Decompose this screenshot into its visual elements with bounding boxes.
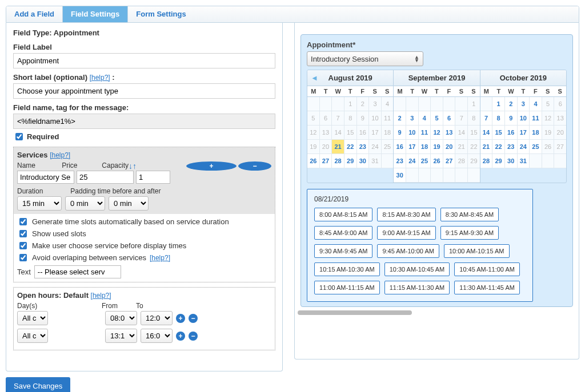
show-used-checkbox[interactable] [19, 230, 27, 237]
calendar-day[interactable]: 6 [443, 111, 456, 126]
calendar-day[interactable]: 10 [406, 126, 419, 140]
time-slot[interactable]: 10:00 AM-10:15 AM [444, 244, 510, 258]
save-changes-button[interactable]: Save Changes [6, 377, 70, 392]
calendar-day[interactable]: 28 [332, 154, 344, 168]
calendar-day[interactable]: 1 [492, 97, 505, 111]
calendar-day[interactable]: 25 [419, 154, 431, 168]
to-select-2[interactable]: 16:0 [141, 329, 173, 343]
calendar-day[interactable]: 8 [492, 111, 505, 126]
prev-month-icon[interactable]: ◄ [311, 74, 318, 82]
time-slot[interactable]: 10:30 AM-10:45 AM [384, 262, 450, 276]
time-slot[interactable]: 10:45 AM-11:00 AM [454, 262, 520, 276]
calendar-day[interactable]: 19 [431, 140, 443, 154]
calendar-day[interactable]: 22 [344, 140, 357, 154]
add-schedule-2-button[interactable]: + [176, 332, 185, 341]
time-slot[interactable]: 11:15 AM-11:30 AM [384, 281, 450, 294]
calendar-day[interactable]: 2 [505, 97, 518, 111]
add-service-button[interactable]: + [186, 161, 237, 171]
calendar-day[interactable]: 16 [394, 140, 406, 154]
calendar-day[interactable]: 9 [505, 111, 518, 126]
calendar-day[interactable]: 2 [394, 111, 406, 126]
to-select-1[interactable]: 12:0 [141, 311, 173, 325]
time-slot[interactable]: 10:15 AM-10:30 AM [314, 262, 380, 276]
time-slot[interactable]: 9:30 AM-9:45 AM [314, 244, 372, 258]
tab-add-a-field[interactable]: Add a Field [6, 6, 63, 22]
avoid-overlap-checkbox[interactable] [19, 254, 27, 261]
calendar-day[interactable]: 30 [357, 154, 370, 168]
short-label-help[interactable]: [help?] [90, 74, 110, 82]
calendar-day[interactable]: 23 [394, 154, 406, 168]
calendar-day[interactable]: 16 [505, 126, 518, 140]
field-name-tag-input[interactable] [13, 114, 275, 129]
time-slot[interactable]: 9:15 AM-9:30 AM [440, 226, 499, 240]
tab-field-settings[interactable]: Field Settings [63, 6, 128, 22]
remove-schedule-1-button[interactable]: − [189, 314, 198, 323]
calendar-day[interactable]: 24 [518, 140, 530, 154]
calendar-day[interactable]: 17 [518, 126, 530, 140]
calendar-day[interactable]: 10 [518, 111, 530, 126]
remove-service-button[interactable]: − [238, 161, 271, 171]
calendar-day[interactable]: 4 [419, 111, 431, 126]
calendar-day[interactable]: 3 [406, 111, 419, 126]
service-capacity-input[interactable] [136, 171, 170, 184]
calendar-day[interactable]: 5 [431, 111, 443, 126]
calendar-day[interactable]: 21 [332, 140, 344, 154]
calendar-day[interactable]: 26 [307, 154, 320, 168]
calendar-day[interactable]: 12 [431, 126, 443, 140]
gen-slots-checkbox[interactable] [19, 218, 27, 225]
time-slot[interactable]: 11:30 AM-11:45 AM [454, 281, 520, 294]
calendar-day[interactable]: 14 [480, 126, 493, 140]
calendar-day[interactable]: 24 [406, 154, 419, 168]
calendar-day[interactable]: 29 [492, 154, 505, 168]
calendar-day[interactable]: 21 [480, 140, 493, 154]
calendar-day[interactable]: 18 [530, 126, 542, 140]
calendar-day[interactable]: 29 [344, 154, 357, 168]
field-label-input[interactable] [13, 53, 275, 68]
open-hours-help[interactable]: [help?] [91, 292, 111, 300]
choose-service-checkbox[interactable] [19, 242, 27, 249]
calendar-day[interactable]: 30 [394, 168, 406, 183]
calendar-day[interactable]: 15 [492, 126, 505, 140]
overlap-help[interactable]: [help?] [150, 254, 170, 262]
calendar-day[interactable]: 27 [443, 154, 456, 168]
calendar-day[interactable]: 17 [406, 140, 419, 154]
time-slot[interactable]: 8:15 AM-8:30 AM [377, 208, 435, 221]
days-select-2[interactable]: All c [17, 329, 48, 343]
calendar-day[interactable]: 7 [480, 111, 493, 126]
service-select[interactable]: Introductory Session ▲▼ [307, 51, 423, 66]
calendar-day[interactable]: 28 [480, 154, 493, 168]
calendar-day[interactable]: 22 [492, 140, 505, 154]
calendar-day[interactable]: 26 [431, 154, 443, 168]
calendar-day[interactable]: 31 [518, 154, 530, 168]
calendar-day[interactable]: 11 [530, 111, 542, 126]
time-slot[interactable]: 8:00 AM-8:15 AM [314, 208, 372, 221]
from-select-1[interactable]: 08:0 [105, 311, 137, 325]
required-checkbox[interactable] [15, 133, 23, 140]
calendar-day[interactable]: 3 [518, 97, 530, 111]
calendar-day[interactable]: 27 [320, 154, 332, 168]
services-help[interactable]: [help?] [50, 151, 70, 159]
time-slot[interactable]: 8:45 AM-9:00 AM [314, 226, 372, 240]
time-slot[interactable]: 8:30 AM-8:45 AM [440, 208, 499, 221]
remove-schedule-2-button[interactable]: − [189, 332, 198, 341]
duration-select[interactable]: 15 min [17, 196, 62, 211]
time-slot[interactable]: 9:00 AM-9:15 AM [377, 226, 435, 240]
calendar-day[interactable]: 30 [505, 154, 518, 168]
days-select-1[interactable]: All c [17, 311, 48, 325]
calendar-day[interactable]: 23 [357, 140, 370, 154]
tab-form-settings[interactable]: Form Settings [128, 6, 579, 22]
calendar-day[interactable]: 9 [394, 126, 406, 140]
calendar-day[interactable]: 23 [505, 140, 518, 154]
sort-icon[interactable]: ↓↑ [129, 161, 185, 171]
calendar-day[interactable]: 13 [443, 126, 456, 140]
from-select-2[interactable]: 13:1 [105, 329, 137, 343]
service-price-input[interactable] [77, 171, 134, 184]
padding-before-select[interactable]: 0 min [65, 196, 105, 211]
calendar-day[interactable]: 4 [530, 97, 542, 111]
calendar-day[interactable]: 11 [419, 126, 431, 140]
horizontal-scrollbar[interactable] [298, 310, 412, 315]
placeholder-text-input[interactable] [34, 265, 121, 278]
time-slot[interactable]: 9:45 AM-10:00 AM [377, 244, 439, 258]
calendar-day[interactable]: 18 [419, 140, 431, 154]
padding-after-select[interactable]: 0 min [109, 196, 149, 211]
